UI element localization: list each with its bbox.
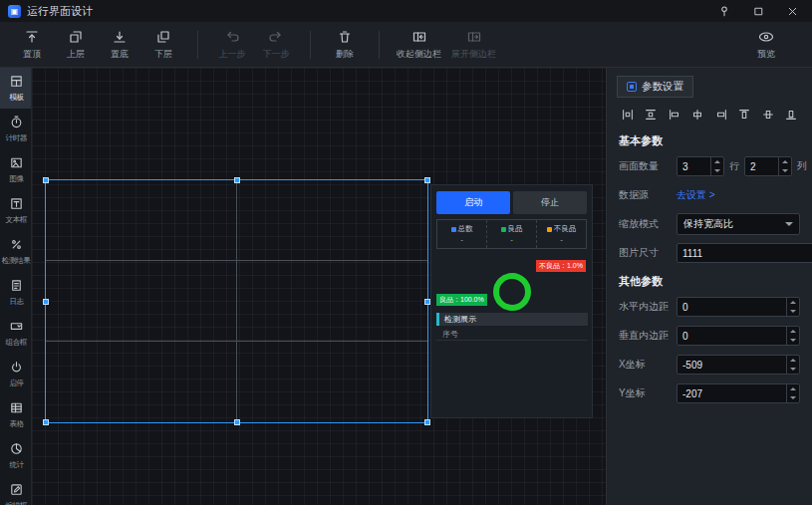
screen-count-row: 画面数量 行 列 <box>619 155 800 177</box>
toolbar-separator <box>310 31 311 59</box>
vpadding-row: 垂直内边距 <box>619 325 800 347</box>
defect-rate-tag: 不良品：1.0% <box>536 260 586 272</box>
cols-count-stepper[interactable] <box>744 156 792 176</box>
selection-handle-w[interactable] <box>43 299 49 305</box>
selection-handle-se[interactable] <box>424 419 430 425</box>
timer-icon <box>9 115 24 129</box>
y-coordinate-stepper[interactable] <box>677 383 800 403</box>
sidebar-item-timer[interactable]: 计时器 <box>0 109 32 149</box>
start-button[interactable]: 启动 <box>436 191 510 214</box>
align-left-icon[interactable] <box>666 106 683 124</box>
app-icon: ▣ <box>8 5 21 18</box>
donut-chart <box>493 273 531 311</box>
maximize-icon[interactable] <box>750 3 766 19</box>
align-bottom-icon[interactable] <box>782 106 800 124</box>
preview-button[interactable]: 预览 <box>744 25 788 65</box>
sidebar-item-template[interactable]: 模板 <box>0 68 32 109</box>
datasource-row: 数据源 去设置 > <box>619 184 800 206</box>
selection-handle-ne[interactable] <box>424 177 430 183</box>
stepper-arrows[interactable] <box>778 157 791 175</box>
params-title-chip: 参数设置 <box>617 76 693 98</box>
template-cell <box>46 261 237 342</box>
undo-button[interactable]: 上一步 <box>210 25 254 65</box>
close-icon[interactable] <box>784 3 800 19</box>
textbox-icon <box>9 196 24 211</box>
bring-to-front-button[interactable]: 置顶 <box>10 25 54 65</box>
section-basic-params: 基本参数 <box>619 133 800 148</box>
settings-icon <box>627 82 637 92</box>
selection-handle-s[interactable] <box>234 419 240 425</box>
hpadding-input[interactable] <box>677 298 786 316</box>
toolbar-separator <box>197 31 198 59</box>
stepper-arrows[interactable] <box>786 298 799 316</box>
template-cell <box>237 342 428 422</box>
vpadding-stepper[interactable] <box>677 326 800 346</box>
align-right-icon[interactable] <box>712 106 730 124</box>
pin-icon[interactable] <box>716 3 732 19</box>
trash-icon <box>337 29 353 45</box>
layer-bottom-icon <box>112 29 128 45</box>
stepper-arrows[interactable] <box>786 327 799 345</box>
datasource-settings-link[interactable]: 去设置 > <box>677 188 715 202</box>
scale-mode-select[interactable]: 保持宽高比 <box>677 213 800 235</box>
vpadding-input[interactable] <box>677 327 786 345</box>
stat-total: 总数 - <box>437 220 486 248</box>
stat-good: 良品 - <box>486 220 536 248</box>
stop-button[interactable]: 停止 <box>513 191 587 214</box>
expand-sidebar-button[interactable]: 展开侧边栏 <box>446 25 501 65</box>
hpadding-stepper[interactable] <box>677 297 800 317</box>
selection-handle-nw[interactable] <box>43 177 49 183</box>
log-icon <box>9 278 24 293</box>
combobox-icon <box>9 319 24 334</box>
selected-template-grid[interactable] <box>45 179 428 423</box>
toolbar-separator <box>379 31 380 59</box>
sidebar-item-textbox[interactable]: 文本框 <box>0 190 32 231</box>
align-middle-vertical-icon[interactable] <box>759 106 777 124</box>
titlebar: ▣ 运行界面设计 <box>0 0 812 22</box>
template-icon <box>9 74 24 89</box>
stepper-arrows[interactable] <box>786 356 799 374</box>
selection-handle-sw[interactable] <box>43 419 49 425</box>
cols-count-input[interactable] <box>745 157 778 175</box>
align-center-horizontal-icon[interactable] <box>688 106 706 124</box>
percent-icon <box>9 237 24 252</box>
send-to-back-button[interactable]: 置底 <box>98 25 141 65</box>
sidebar-item-table[interactable]: 表格 <box>0 394 32 435</box>
selection-handle-n[interactable] <box>234 177 240 183</box>
move-up-layer-button[interactable]: 上层 <box>54 25 98 65</box>
stat-marker <box>451 227 456 232</box>
align-top-icon[interactable] <box>735 106 753 124</box>
rows-count-stepper[interactable] <box>677 156 724 176</box>
stepper-arrows[interactable] <box>710 157 723 175</box>
delete-button[interactable]: 删除 <box>323 25 367 65</box>
table-header-cell: 序号 <box>436 328 588 341</box>
sidebar-item-statistics[interactable]: 统计 <box>0 435 32 476</box>
template-cell <box>46 180 237 261</box>
x-coordinate-stepper[interactable] <box>677 355 800 375</box>
sidebar-item-image[interactable]: 图像 <box>0 149 32 190</box>
eye-icon <box>757 29 775 45</box>
sidebar-item-detect-result[interactable]: 检测结果 <box>0 231 32 272</box>
hpadding-row: 水平内边距 <box>619 296 800 318</box>
stepper-arrows[interactable] <box>786 384 799 402</box>
image-width-input[interactable] <box>677 243 812 263</box>
sidebar-item-startstop[interactable]: 启停 <box>0 354 32 394</box>
sidebar-item-editbox[interactable]: 编辑框 <box>0 476 32 505</box>
template-cell <box>237 180 428 261</box>
preview-widgets-panel[interactable]: 启动 停止 总数 - 良品 - 不良品 - 不良品：1.0% 良品：100.0%… <box>430 184 593 418</box>
space-evenly-v-icon[interactable] <box>642 106 660 124</box>
edit-icon <box>9 482 24 497</box>
move-down-layer-button[interactable]: 下层 <box>141 25 185 65</box>
rows-count-input[interactable] <box>677 157 710 175</box>
collapse-sidebar-button[interactable]: 收起侧边栏 <box>392 25 446 65</box>
expand-sidebar-icon <box>466 29 482 45</box>
x-coordinate-input[interactable] <box>677 356 786 374</box>
sidebar-item-combobox[interactable]: 组合框 <box>0 313 32 354</box>
redo-button[interactable]: 下一步 <box>254 25 298 65</box>
sidebar-item-log[interactable]: 日志 <box>0 272 32 313</box>
power-icon <box>9 360 24 375</box>
design-canvas[interactable]: 启动 停止 总数 - 良品 - 不良品 - 不良品：1.0% 良品：100.0%… <box>32 68 606 505</box>
params-panel: 参数设置 基本参数 画面数量 <box>606 68 812 505</box>
space-evenly-h-icon[interactable] <box>619 106 637 124</box>
y-coordinate-input[interactable] <box>677 384 786 402</box>
